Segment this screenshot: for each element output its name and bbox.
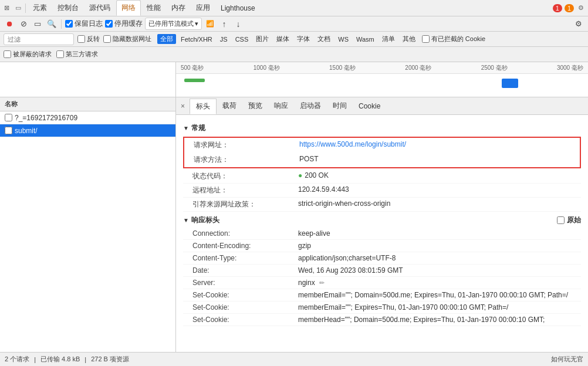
general-value-status: 200 OK — [298, 171, 329, 181]
tab-application[interactable]: 应用 — [191, 1, 215, 15]
hide-data-urls-checkbox[interactable]: 隐藏数据网址 — [103, 35, 151, 43]
ruler-2000: 2000 毫秒 — [405, 64, 431, 72]
filter-type-js[interactable]: JS — [217, 35, 231, 43]
filter-bar: 反转 隐藏数据网址 全部 Fetch/XHR JS CSS 图片 媒体 字体 文… — [0, 32, 588, 47]
filter-type-manifest[interactable]: 清单 — [379, 34, 398, 44]
filter-type-wasm[interactable]: Wasm — [353, 35, 377, 43]
details-tabs: × 标头 载荷 预览 响应 启动器 时间 Cookie — [176, 97, 588, 115]
resp-row-encoding: Content-Encoding: gzip — [183, 240, 581, 252]
footer-right: 如何玩无官 — [551, 355, 583, 364]
timeline-right: 500 毫秒 1000 毫秒 1500 毫秒 2000 毫秒 2500 毫秒 3… — [176, 62, 588, 97]
separator-dot: | — [34, 356, 36, 363]
tab-elements[interactable]: 元素 — [28, 1, 52, 15]
ruler-2500: 2500 毫秒 — [481, 64, 508, 72]
request-checkbox-1[interactable] — [5, 114, 12, 121]
filter-type-media[interactable]: 媒体 — [273, 34, 292, 44]
resp-value-set-cookie-1: memberEmail=""; Domain=500d.me; Expires=… — [298, 291, 568, 299]
requests-panel: 名称 ?_=1692172916709 submit/ — [0, 97, 176, 366]
resp-value-content-type: application/json;charset=UTF-8 — [298, 254, 396, 262]
request-item-1[interactable]: ?_=1692172916709 — [0, 111, 175, 124]
resp-label-encoding: Content-Encoding: — [192, 242, 298, 250]
screen-icon[interactable]: ▭ — [13, 3, 23, 13]
tab-console[interactable]: 控制台 — [53, 1, 83, 15]
clear-button[interactable]: ▭ — [32, 18, 43, 30]
request-checkbox-2[interactable] — [5, 127, 12, 134]
tab-cookies[interactable]: Cookie — [353, 100, 386, 113]
tab-memory[interactable]: 内存 — [167, 1, 190, 15]
ruler-marks: 500 毫秒 1000 毫秒 1500 毫秒 2000 毫秒 2500 毫秒 3… — [181, 64, 583, 72]
ruler-3000: 3000 毫秒 — [557, 64, 583, 72]
resp-row-server: Server: nginx ✏ — [183, 277, 581, 289]
resp-row-content-type: Content-Type: application/json;charset=U… — [183, 252, 581, 265]
filter-type-ws[interactable]: WS — [335, 35, 352, 43]
chevron-down-icon: ▾ — [195, 20, 198, 28]
wifi-icon[interactable]: 📶 — [204, 18, 216, 30]
general-label-remote: 远程地址： — [192, 185, 298, 195]
third-party-checkbox[interactable]: 第三方请求 — [56, 50, 98, 59]
resp-label-set-cookie-3: Set-Cookie: — [192, 316, 298, 324]
raw-checkbox[interactable] — [557, 216, 565, 224]
download-button[interactable]: ↓ — [232, 18, 244, 30]
tab-network[interactable]: 网络 — [116, 0, 141, 16]
resp-row-connection: Connection: keep-alive — [183, 228, 581, 240]
pin-icon[interactable]: ⊠ — [2, 3, 11, 13]
filter-type-buttons: 全部 Fetch/XHR JS CSS 图片 媒体 字体 文档 WS Wasm … — [157, 34, 418, 44]
devtools-tabs: ⊠ ▭ 元素 控制台 源代码 网络 性能 内存 应用 Lighthouse 1 … — [0, 0, 588, 16]
general-row-remote: 远程地址： 120.24.59.4:443 — [183, 184, 581, 198]
close-tab[interactable]: × — [181, 102, 185, 110]
upload-button[interactable]: ↑ — [218, 18, 230, 30]
tab-timing[interactable]: 时间 — [327, 99, 353, 113]
details-panel: × 标头 载荷 预览 响应 启动器 时间 Cookie ▼ 常规 请求网址： h… — [176, 97, 588, 366]
settings-area: ⚙ — [573, 18, 584, 30]
resp-row-set-cookie-1: Set-Cookie: memberEmail=""; Domain=500d.… — [183, 289, 581, 301]
ruler-1000: 1000 毫秒 — [254, 64, 280, 72]
disable-cache-checkbox[interactable]: 停用缓存 — [105, 19, 143, 29]
tab-preview[interactable]: 预览 — [242, 99, 268, 113]
filter-options: 反转 隐藏数据网址 全部 Fetch/XHR JS CSS 图片 媒体 字体 文… — [77, 34, 485, 44]
has-blocked-checkbox[interactable]: 有已拦截的 Cookie — [422, 35, 485, 43]
request-item-2[interactable]: submit/ — [0, 124, 175, 137]
block-button[interactable]: ⊘ — [18, 18, 29, 30]
edit-icon[interactable]: ✏ — [319, 279, 325, 286]
general-label-url: 请求网址： — [194, 140, 299, 150]
settings-icon[interactable]: ⚙ — [573, 18, 584, 30]
timeline-ruler: 500 毫秒 1000 毫秒 1500 毫秒 2000 毫秒 2500 毫秒 3… — [176, 62, 588, 74]
tab-performance[interactable]: 性能 — [142, 1, 165, 15]
resp-label-set-cookie-2: Set-Cookie: — [192, 303, 298, 311]
general-section-header[interactable]: ▼ 常规 — [183, 120, 581, 135]
preserve-log-checkbox[interactable]: 保留日志 — [65, 19, 103, 29]
timeline-left — [0, 62, 176, 97]
resp-label-content-type: Content-Type: — [192, 254, 298, 262]
filter-type-fetch-xhr[interactable]: Fetch/XHR — [178, 35, 215, 43]
filter-type-img[interactable]: 图片 — [253, 34, 272, 44]
highlighted-section: 请求网址： https://www.500d.me/login/submit/ … — [183, 137, 581, 168]
filter-type-doc[interactable]: 文档 — [315, 34, 333, 44]
search-button[interactable]: 🔍 — [46, 18, 58, 30]
tab-response[interactable]: 响应 — [268, 99, 294, 113]
blocked-requests-checkbox[interactable]: 被屏蔽的请求 — [4, 50, 52, 59]
invert-checkbox[interactable]: 反转 — [77, 35, 100, 43]
record-button[interactable]: ⏺ — [4, 18, 15, 30]
filter-input[interactable] — [4, 33, 74, 45]
resp-label-date: Date: — [192, 266, 298, 274]
throttle-dropdown[interactable]: 已停用节流模式 ▾ — [145, 18, 202, 30]
general-value-remote: 120.24.59.4:443 — [298, 185, 349, 195]
filter-type-css[interactable]: CSS — [232, 35, 252, 43]
tab-headers[interactable]: 标头 — [190, 99, 217, 114]
filter-type-other[interactable]: 其他 — [400, 34, 418, 44]
response-headers-section-header[interactable]: ▼ 响应标头 原始 — [183, 212, 581, 228]
tab-lighthouse[interactable]: Lighthouse — [216, 2, 260, 15]
tab-payload[interactable]: 载荷 — [217, 99, 242, 113]
tab-sources[interactable]: 源代码 — [85, 1, 115, 15]
details-content: ▼ 常规 请求网址： https://www.500d.me/login/sub… — [176, 115, 588, 331]
resp-label-server: Server: — [192, 279, 298, 287]
gear-icon[interactable]: ⚙ — [576, 3, 586, 13]
ruler-1500: 1500 毫秒 — [329, 64, 356, 72]
filter-type-all[interactable]: 全部 — [157, 34, 176, 44]
third-bar: 被屏蔽的请求 第三方请求 — [0, 47, 588, 62]
response-headers-title: 响应标头 — [191, 215, 219, 225]
general-section-title: 常规 — [191, 123, 205, 133]
tab-initiator[interactable]: 启动器 — [294, 99, 327, 113]
separator — [25, 4, 26, 13]
filter-type-font[interactable]: 字体 — [294, 34, 313, 44]
